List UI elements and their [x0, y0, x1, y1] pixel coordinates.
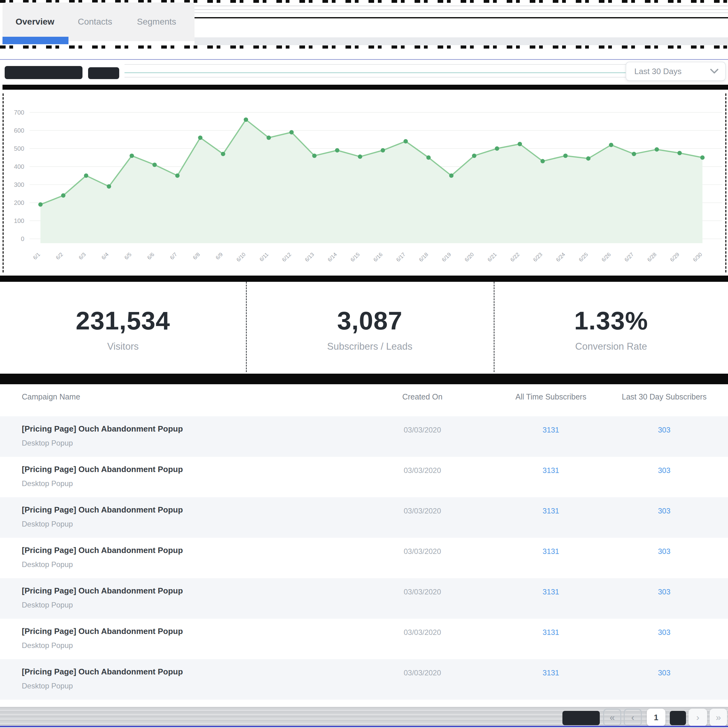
table-row[interactable]: [Pricing Page] Ouch Abandonment Popup De… [0, 497, 728, 538]
last-30-day-subscribers-link[interactable]: 303 [658, 426, 670, 434]
svg-text:400: 400 [14, 163, 24, 170]
all-time-subscribers-link[interactable]: 3131 [543, 588, 559, 596]
conversion-value: 1.33% [497, 306, 725, 336]
svg-text:300: 300 [14, 181, 24, 188]
created-on-value: 03/03/2020 [376, 466, 469, 475]
artifact-line [194, 9, 728, 10]
campaign-name: [Pricing Page] Ouch Abandonment Popup [22, 667, 183, 677]
svg-text:6/3: 6/3 [78, 251, 87, 261]
last-30-day-subscribers-link[interactable]: 303 [658, 547, 670, 555]
stat-card-subscribers: 3,087 Subscribers / Leads [249, 282, 491, 372]
all-time-subscribers-link[interactable]: 3131 [543, 668, 559, 677]
last-30-day-subscribers-link[interactable]: 303 [658, 668, 670, 677]
svg-text:6/30: 6/30 [692, 251, 704, 263]
all-time-subscribers-link[interactable]: 3131 [543, 547, 559, 555]
svg-text:6/1: 6/1 [32, 251, 41, 261]
artifact-line [194, 6, 728, 6]
redacted-page-count [670, 711, 686, 725]
all-time-subscribers-link[interactable]: 3131 [543, 628, 559, 636]
campaign-name: [Pricing Page] Ouch Abandonment Popup [22, 586, 183, 596]
campaign-type: Desktop Popup [22, 439, 73, 448]
pagination-next-button[interactable]: › [688, 709, 707, 726]
table-row[interactable]: [Pricing Page] Ouch Abandonment Popup De… [0, 659, 728, 700]
svg-text:200: 200 [14, 199, 24, 206]
campaign-type: Desktop Popup [22, 479, 73, 488]
col-header-campaign-name: Campaign Name [22, 392, 80, 402]
artifact-band [194, 37, 728, 45]
svg-text:6/19: 6/19 [441, 251, 452, 263]
pagination-first-button[interactable]: « [603, 709, 621, 726]
pagination-last-button[interactable]: » [710, 709, 727, 726]
svg-text:500: 500 [14, 145, 24, 152]
redacted-band [3, 85, 728, 90]
table-row[interactable]: [Pricing Page] Ouch Abandonment Popup De… [0, 538, 728, 578]
svg-text:6/15: 6/15 [350, 251, 361, 263]
subscribers-area-chart: 01002003004005006007006/16/26/36/46/56/6… [0, 103, 728, 273]
campaign-name: [Pricing Page] Ouch Abandonment Popup [22, 505, 183, 515]
all-time-subscribers-link[interactable]: 3131 [543, 507, 559, 515]
campaign-type: Desktop Popup [22, 641, 73, 650]
table-row[interactable]: [Pricing Page] Ouch Abandonment Popup De… [0, 619, 728, 659]
artifact-gutter [246, 282, 247, 372]
campaign-type: Desktop Popup [22, 601, 73, 609]
tab-overview[interactable]: Overview [15, 17, 55, 27]
created-on-value: 03/03/2020 [376, 507, 469, 515]
table-row[interactable]: [Pricing Page] Ouch Abandonment Popup De… [0, 578, 728, 619]
artifact-gutter [494, 282, 495, 372]
last-30-day-subscribers-link[interactable]: 303 [658, 628, 670, 636]
created-on-value: 03/03/2020 [376, 588, 469, 596]
svg-text:6/6: 6/6 [146, 251, 155, 261]
all-time-subscribers-link[interactable]: 3131 [543, 466, 559, 475]
svg-text:6/12: 6/12 [281, 251, 292, 263]
pagination-page-input[interactable]: 1 [647, 709, 665, 726]
campaign-type: Desktop Popup [22, 682, 73, 690]
svg-text:6/24: 6/24 [555, 251, 566, 263]
svg-text:6/9: 6/9 [214, 251, 224, 261]
last-30-day-subscribers-link[interactable]: 303 [658, 588, 670, 596]
pagination-prev-button[interactable]: ‹ [624, 709, 642, 726]
svg-text:6/5: 6/5 [123, 251, 133, 261]
svg-text:6/17: 6/17 [395, 251, 407, 263]
svg-text:6/16: 6/16 [372, 251, 384, 263]
redacted-chart-title [88, 67, 119, 79]
created-on-value: 03/03/2020 [376, 426, 469, 434]
last-30-day-subscribers-link[interactable]: 303 [658, 466, 670, 475]
active-tab-indicator [3, 37, 69, 44]
created-on-value: 03/03/2020 [376, 628, 469, 637]
svg-text:6/18: 6/18 [418, 251, 430, 263]
date-range-select[interactable]: Last 30 Days [626, 62, 726, 81]
table-row[interactable]: [Pricing Page] Ouch Abandonment Popup De… [0, 457, 728, 497]
tab-contacts[interactable]: Contacts [78, 17, 112, 27]
campaign-type: Desktop Popup [22, 560, 73, 569]
artifact-line [0, 59, 728, 60]
table-row[interactable]: [Pricing Page] Ouch Abandonment Popup De… [0, 416, 728, 457]
svg-text:6/2: 6/2 [55, 251, 64, 261]
last-30-day-subscribers-link[interactable]: 303 [658, 507, 670, 515]
svg-text:6/11: 6/11 [258, 251, 269, 262]
svg-text:6/4: 6/4 [101, 251, 110, 261]
svg-text:0: 0 [21, 235, 24, 242]
tab-bar: Overview Contacts Segments [3, 3, 194, 41]
subscribers-value: 3,087 [249, 306, 491, 336]
svg-text:6/28: 6/28 [646, 251, 658, 263]
svg-text:6/29: 6/29 [669, 251, 681, 263]
date-range-value: Last 30 Days [634, 67, 710, 76]
campaign-table-body: [Pricing Page] Ouch Abandonment Popup De… [0, 416, 728, 700]
svg-text:6/26: 6/26 [600, 251, 612, 263]
svg-text:6/14: 6/14 [326, 251, 338, 263]
redacted-chart-title [5, 66, 83, 79]
analytics-dashboard: Overview Contacts Segments Last 30 Days … [0, 0, 728, 728]
artifact-line [0, 726, 728, 727]
all-time-subscribers-link[interactable]: 3131 [543, 426, 559, 434]
visitors-label: Visitors [3, 341, 243, 352]
created-on-value: 03/03/2020 [376, 547, 469, 556]
svg-text:6/8: 6/8 [192, 251, 201, 261]
svg-text:600: 600 [14, 127, 24, 134]
campaign-name: [Pricing Page] Ouch Abandonment Popup [22, 627, 183, 636]
redacted-strip [0, 46, 728, 49]
campaign-name: [Pricing Page] Ouch Abandonment Popup [22, 464, 183, 474]
redacted-band [194, 17, 728, 18]
svg-text:6/20: 6/20 [463, 251, 475, 263]
tab-segments[interactable]: Segments [137, 17, 176, 27]
visitors-value: 231,534 [3, 306, 243, 336]
